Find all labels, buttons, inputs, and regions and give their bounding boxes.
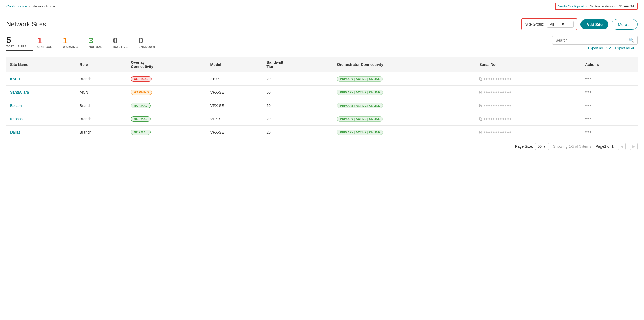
stat-critical: 1 CRITICAL: [37, 36, 58, 51]
stats-row: 5 TOTAL SITES 1 CRITICAL 1 WARNING 3 NOR…: [6, 36, 166, 51]
overlay-badge: NORMAL: [131, 130, 150, 135]
search-box: 🔍: [552, 36, 638, 45]
cell-site-name[interactable]: Dallas: [6, 126, 76, 139]
serial-number: ●●●●●●●●●●●●: [483, 77, 512, 81]
stat-inactive: 0 INACTIVE: [113, 36, 134, 51]
cell-serial: ⎘ ●●●●●●●●●●●●: [476, 72, 581, 86]
table-row: Kansas Branch NORMAL VPX-SE 20 PRIMARY |…: [6, 112, 638, 126]
cell-serial: ⎘ ●●●●●●●●●●●●: [476, 86, 581, 99]
stats-search-row: 5 TOTAL SITES 1 CRITICAL 1 WARNING 3 NOR…: [6, 36, 638, 56]
total-count: 5: [6, 36, 11, 44]
row-actions-button[interactable]: •••: [585, 129, 592, 135]
cell-serial: ⎘ ●●●●●●●●●●●●: [476, 112, 581, 126]
sites-table-wrapper: Site Name Role OverlayConnectivity Model…: [6, 57, 638, 139]
next-page-button[interactable]: ▶: [630, 143, 638, 150]
breadcrumb-current: Network Home: [32, 4, 55, 8]
chevron-down-icon: ▼: [543, 144, 547, 149]
table-row: SantaClara MCN WARNING VPX-SE 50 PRIMARY…: [6, 86, 638, 99]
site-group-label: Site Group:: [525, 22, 544, 26]
copy-icon[interactable]: ⎘: [479, 130, 482, 134]
inactive-label: INACTIVE: [113, 45, 128, 49]
header-row: Network Sites Site Group: All ▼ Add Site…: [6, 18, 638, 30]
cell-actions: •••: [581, 99, 638, 112]
serial-number: ●●●●●●●●●●●●: [483, 90, 512, 94]
breadcrumb-separator: /: [29, 4, 30, 8]
row-actions-button[interactable]: •••: [585, 103, 592, 108]
header-controls: Site Group: All ▼ Add Site More ...: [521, 18, 638, 30]
row-actions-button[interactable]: •••: [585, 89, 592, 95]
col-overlay: OverlayConnectivity: [127, 57, 206, 72]
cell-model: 210-SE: [207, 72, 263, 86]
stat-total: 5 TOTAL SITES: [6, 36, 33, 51]
total-label: TOTAL SITES: [6, 45, 27, 48]
verify-configuration-link[interactable]: Verify Configuration: [558, 4, 588, 8]
export-csv-link[interactable]: Export as CSV: [588, 46, 611, 50]
top-right-info: Verify Configuration Software Version : …: [555, 3, 638, 10]
export-pdf-link[interactable]: Export as PDF: [615, 46, 638, 50]
chevron-down-icon: ▼: [561, 22, 571, 26]
col-role: Role: [76, 57, 127, 72]
overlay-badge: NORMAL: [131, 116, 150, 122]
add-site-button[interactable]: Add Site: [580, 19, 608, 29]
cell-actions: •••: [581, 112, 638, 126]
breadcrumb: Configuration / Network Home: [6, 4, 55, 8]
cell-serial: ⎘ ●●●●●●●●●●●●: [476, 99, 581, 112]
row-actions-button[interactable]: •••: [585, 76, 592, 81]
copy-icon[interactable]: ⎘: [479, 90, 482, 94]
cell-model: VPX-SE: [207, 126, 263, 139]
page-size-label: Page Size:: [515, 144, 533, 149]
table-row: myLTE Branch CRITICAL 210-SE 20 PRIMARY …: [6, 72, 638, 86]
table-row: Boston Branch NORMAL VPX-SE 50 PRIMARY |…: [6, 99, 638, 112]
main-content: Network Sites Site Group: All ▼ Add Site…: [0, 13, 644, 159]
breadcrumb-config-link[interactable]: Configuration: [6, 4, 27, 8]
copy-icon[interactable]: ⎘: [479, 117, 482, 121]
serial-number: ●●●●●●●●●●●●: [483, 130, 512, 134]
orchestrator-badge: PRIMARY | ACTIVE | ONLINE: [337, 130, 383, 135]
right-panel: 🔍 Export as CSV | Export as PDF: [552, 36, 638, 50]
search-icon: 🔍: [629, 38, 634, 43]
cell-site-name[interactable]: myLTE: [6, 72, 76, 86]
col-model: Model: [207, 57, 263, 72]
cell-site-name[interactable]: SantaClara: [6, 86, 76, 99]
cell-orchestrator: PRIMARY | ACTIVE | ONLINE: [333, 86, 476, 99]
cell-site-name[interactable]: Kansas: [6, 112, 76, 126]
cell-model: VPX-SE: [207, 112, 263, 126]
copy-icon[interactable]: ⎘: [479, 77, 482, 81]
cell-bandwidth: 20: [263, 126, 333, 139]
export-separator: |: [612, 46, 613, 50]
cell-overlay: CRITICAL: [127, 72, 206, 86]
cell-model: VPX-SE: [207, 86, 263, 99]
col-actions: Actions: [581, 57, 638, 72]
table-footer: Page Size: 50 ▼ Showing 1-5 of 5 items P…: [6, 139, 638, 154]
site-group-dropdown[interactable]: All ▼: [547, 21, 574, 28]
cell-overlay: WARNING: [127, 86, 206, 99]
copy-icon[interactable]: ⎘: [479, 103, 482, 108]
search-input[interactable]: [556, 38, 629, 42]
cell-role: Branch: [76, 126, 127, 139]
cell-bandwidth: 20: [263, 112, 333, 126]
cell-model: VPX-SE: [207, 99, 263, 112]
table-header-row: Site Name Role OverlayConnectivity Model…: [6, 57, 638, 72]
warning-label: WARNING: [63, 45, 78, 49]
cell-actions: •••: [581, 72, 638, 86]
page-label: Page1 of 1: [595, 144, 614, 149]
cell-overlay: NORMAL: [127, 126, 206, 139]
prev-page-button[interactable]: ◀: [618, 143, 626, 150]
overlay-badge: CRITICAL: [131, 76, 151, 82]
page-size-dropdown[interactable]: 50 ▼: [535, 143, 549, 150]
row-actions-button[interactable]: •••: [585, 116, 592, 121]
cell-site-name[interactable]: Boston: [6, 99, 76, 112]
page-size-value: 50: [537, 144, 542, 149]
cell-actions: •••: [581, 126, 638, 139]
cell-serial: ⎘ ●●●●●●●●●●●●: [476, 126, 581, 139]
unknown-count: 0: [138, 36, 143, 45]
cell-overlay: NORMAL: [127, 112, 206, 126]
cell-orchestrator: PRIMARY | ACTIVE | ONLINE: [333, 126, 476, 139]
col-serial: Serial No: [476, 57, 581, 72]
cell-orchestrator: PRIMARY | ACTIVE | ONLINE: [333, 99, 476, 112]
more-button[interactable]: More ...: [612, 19, 638, 30]
orchestrator-badge: PRIMARY | ACTIVE | ONLINE: [337, 90, 383, 95]
cell-bandwidth: 20: [263, 72, 333, 86]
orchestrator-badge: PRIMARY | ACTIVE | ONLINE: [337, 76, 383, 82]
col-orchestrator: Orchestrator Connectivity: [333, 57, 476, 72]
